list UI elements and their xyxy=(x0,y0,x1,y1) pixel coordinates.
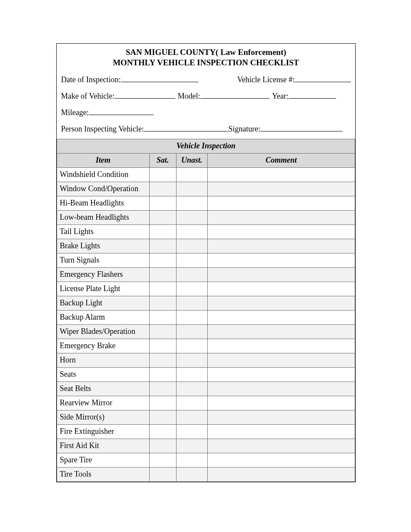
comment-cell[interactable] xyxy=(207,381,355,396)
sat-cell[interactable] xyxy=(149,167,176,182)
item-cell: Side Mirror(s) xyxy=(57,410,150,424)
comment-cell[interactable] xyxy=(207,296,355,310)
unast-cell[interactable] xyxy=(176,182,207,196)
comment-cell[interactable] xyxy=(207,182,355,196)
unast-cell[interactable] xyxy=(176,167,207,182)
comment-cell[interactable] xyxy=(207,467,355,481)
item-cell: Seat Belts xyxy=(57,381,150,396)
person-input[interactable] xyxy=(144,123,228,131)
table-row: Backup Alarm xyxy=(57,310,355,324)
unast-cell[interactable] xyxy=(176,324,207,339)
sat-cell[interactable] xyxy=(149,210,176,224)
sat-cell[interactable] xyxy=(149,453,176,467)
sat-cell[interactable] xyxy=(149,339,176,353)
unast-cell[interactable] xyxy=(176,210,207,224)
person-label: Person Inspecting Vehicle: xyxy=(61,125,144,134)
signature-input[interactable] xyxy=(260,123,343,131)
date-input[interactable] xyxy=(121,74,199,82)
unast-cell[interactable] xyxy=(176,467,207,481)
comment-cell[interactable] xyxy=(207,253,355,267)
table-row: First Aid Kit xyxy=(57,439,355,453)
sat-cell[interactable] xyxy=(149,253,176,267)
item-cell: Fire Extinguisher xyxy=(57,424,150,439)
comment-cell[interactable] xyxy=(207,324,355,339)
unast-cell[interactable] xyxy=(176,267,207,282)
unast-cell[interactable] xyxy=(176,410,207,424)
sat-cell[interactable] xyxy=(149,239,176,253)
col-unast-header: Unast. xyxy=(176,153,207,167)
page: SAN MIGUEL COUNTY( Law Enforcement) MONT… xyxy=(0,0,411,504)
model-input[interactable] xyxy=(200,90,270,99)
section-header-row: Vehicle Inspection xyxy=(57,139,355,153)
unast-cell[interactable] xyxy=(176,353,207,367)
comment-cell[interactable] xyxy=(207,453,355,467)
sat-cell[interactable] xyxy=(149,410,176,424)
comment-cell[interactable] xyxy=(207,239,355,253)
unast-cell[interactable] xyxy=(176,424,207,439)
signature-label: Signature: xyxy=(228,125,260,134)
item-cell: Tail Lights xyxy=(57,224,150,239)
sat-cell[interactable] xyxy=(149,182,176,196)
sat-cell[interactable] xyxy=(149,282,176,296)
item-cell: Spare Tire xyxy=(57,453,150,467)
sat-cell[interactable] xyxy=(149,381,176,396)
license-input[interactable] xyxy=(295,74,351,82)
unast-cell[interactable] xyxy=(176,296,207,310)
sat-cell[interactable] xyxy=(149,439,176,453)
unast-cell[interactable] xyxy=(176,253,207,267)
sat-cell[interactable] xyxy=(149,353,176,367)
comment-cell[interactable] xyxy=(207,367,355,381)
sat-cell[interactable] xyxy=(149,296,176,310)
comment-cell[interactable] xyxy=(207,424,355,439)
unast-cell[interactable] xyxy=(176,439,207,453)
unast-cell[interactable] xyxy=(176,282,207,296)
comment-cell[interactable] xyxy=(207,167,355,182)
sat-cell[interactable] xyxy=(149,224,176,239)
comment-cell[interactable] xyxy=(207,267,355,282)
model-label: Model: xyxy=(178,92,200,101)
comment-cell[interactable] xyxy=(207,310,355,324)
sat-cell[interactable] xyxy=(149,324,176,339)
table-row: Rearview Mirror xyxy=(57,396,355,410)
sat-cell[interactable] xyxy=(149,396,176,410)
date-label: Date of Inspection: xyxy=(61,75,121,84)
sat-cell[interactable] xyxy=(149,467,176,481)
sat-cell[interactable] xyxy=(149,196,176,210)
unast-cell[interactable] xyxy=(176,453,207,467)
table-row: Spare Tire xyxy=(57,453,355,467)
comment-cell[interactable] xyxy=(207,196,355,210)
year-input[interactable] xyxy=(289,90,336,99)
unast-cell[interactable] xyxy=(176,196,207,210)
mileage-input[interactable] xyxy=(89,107,154,115)
column-header-row: Item Sat. Unast. Comment xyxy=(57,153,355,167)
table-row: License Plate Light xyxy=(57,282,355,296)
sat-cell[interactable] xyxy=(149,267,176,282)
make-input[interactable] xyxy=(115,90,175,99)
comment-cell[interactable] xyxy=(207,353,355,367)
unast-cell[interactable] xyxy=(176,310,207,324)
item-cell: Horn xyxy=(57,353,150,367)
sat-cell[interactable] xyxy=(149,310,176,324)
sat-cell[interactable] xyxy=(149,424,176,439)
table-row: Tire Tools xyxy=(57,467,355,481)
comment-cell[interactable] xyxy=(207,224,355,239)
comment-cell[interactable] xyxy=(207,210,355,224)
unast-cell[interactable] xyxy=(176,339,207,353)
col-item-header: Item xyxy=(57,153,150,167)
unast-cell[interactable] xyxy=(176,239,207,253)
comment-cell[interactable] xyxy=(207,439,355,453)
unast-cell[interactable] xyxy=(176,396,207,410)
col-comment-header: Comment xyxy=(207,153,355,167)
comment-cell[interactable] xyxy=(207,410,355,424)
table-row: Hi-Beam Headlights xyxy=(57,196,355,210)
unast-cell[interactable] xyxy=(176,224,207,239)
sat-cell[interactable] xyxy=(149,367,176,381)
unast-cell[interactable] xyxy=(176,381,207,396)
item-cell: Hi-Beam Headlights xyxy=(57,196,150,210)
table-row: Tail Lights xyxy=(57,224,355,239)
unast-cell[interactable] xyxy=(176,367,207,381)
comment-cell[interactable] xyxy=(207,339,355,353)
comment-cell[interactable] xyxy=(207,282,355,296)
year-label: Year: xyxy=(272,92,289,101)
comment-cell[interactable] xyxy=(207,396,355,410)
